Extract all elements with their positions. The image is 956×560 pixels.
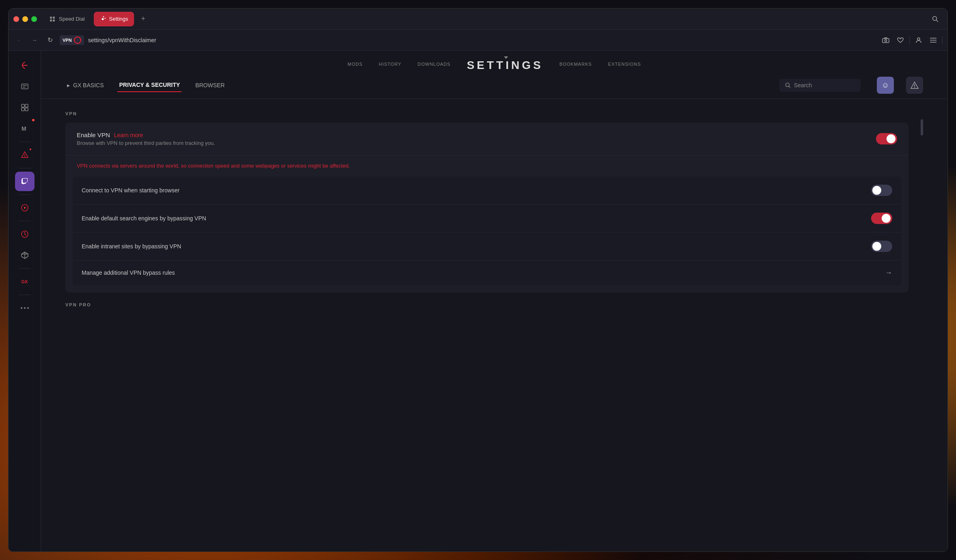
vpn-badge: VPN (60, 35, 84, 45)
sidebar-item-ml[interactable]: M (15, 119, 35, 138)
settings-tab-label: Settings (109, 16, 128, 22)
vpn-enable-row: Enable VPN Learn more Browse with VPN to… (65, 123, 908, 155)
connect-start-toggle[interactable] (871, 185, 892, 196)
svg-point-23 (24, 156, 25, 157)
svg-line-37 (789, 86, 790, 88)
vpn-pro-label: VPN PRO (65, 302, 908, 307)
sidebar-item-player[interactable] (15, 198, 35, 218)
svg-rect-19 (25, 108, 28, 111)
svg-point-9 (917, 38, 920, 40)
sidebar-divider-3 (19, 194, 31, 195)
vpn-section-label: VPN (65, 111, 908, 116)
bypass-intranet-toggle[interactable] (871, 241, 892, 252)
address-text[interactable]: settings/vpnWithDisclaimer (88, 37, 876, 43)
vpn-warning-text: VPN connects via servers around the worl… (65, 155, 908, 177)
subtitle-nav: ▸ GX BASICS PRIVACY & SECURITY BROWSER S… (41, 72, 947, 99)
address-bar-right (880, 34, 943, 46)
manage-bypass-label: Manage additional VPN bypass rules (82, 269, 175, 276)
svg-rect-25 (24, 180, 25, 181)
bypass-search-label: Enable default search engines by bypassi… (82, 215, 206, 222)
vpn-enable-toggle[interactable] (876, 133, 897, 144)
svg-rect-17 (25, 104, 28, 107)
svg-rect-1 (53, 17, 55, 19)
sidebar-item-block[interactable] (15, 98, 35, 117)
learn-more-link[interactable]: Learn more (114, 132, 143, 138)
sidebar-item-more[interactable] (15, 298, 35, 318)
feedback-warning-button[interactable] (906, 77, 923, 94)
camera-icon[interactable] (880, 34, 891, 46)
sidebar-item-news[interactable] (15, 77, 35, 96)
svg-rect-18 (22, 108, 24, 111)
settings-content: MODS HISTORY DOWNLOADS SETTINGS BOOKMARK… (41, 51, 947, 551)
nav-bookmarks[interactable]: BOOKMARKS (559, 60, 592, 68)
svg-rect-2 (50, 19, 52, 22)
vpn-enable-info: Enable VPN Learn more Browse with VPN to… (77, 131, 215, 146)
refresh-button[interactable]: ↻ (44, 34, 56, 46)
tab-settings[interactable]: Settings (94, 12, 134, 26)
sidebar-divider-5 (19, 268, 31, 269)
nav-history[interactable]: HISTORY (379, 60, 402, 68)
vpn-option-manage-bypass[interactable]: Manage additional VPN bypass rules → (73, 261, 901, 285)
vpn-enable-description: Browse with VPN to prevent third parties… (77, 140, 215, 146)
settings-search[interactable]: Search (779, 79, 861, 92)
sidebar-divider-1 (19, 142, 31, 142)
tab-speed-dial[interactable]: Speed Dial (43, 12, 91, 26)
aria-badge (29, 148, 32, 151)
sidebar-item-twitch[interactable] (15, 172, 35, 191)
forward-button[interactable]: → (29, 34, 40, 46)
settings-body: VPN Enable VPN Learn more Browse with VP… (41, 99, 947, 551)
nav-downloads[interactable]: DOWNLOADS (417, 60, 450, 68)
toggle-thumb (887, 134, 895, 143)
divider (909, 36, 910, 44)
arrow-right-icon: → (885, 269, 892, 277)
bypass-search-toggle-thumb (882, 214, 891, 223)
sidebar-divider-2 (19, 168, 31, 168)
settings-icon (99, 16, 106, 22)
new-tab-button[interactable]: + (137, 13, 149, 25)
search-icon[interactable] (928, 12, 943, 26)
account-icon[interactable] (913, 34, 924, 46)
vpn-enable-label: Enable VPN (77, 131, 110, 138)
browser-window: Speed Dial Settings + (8, 8, 948, 552)
svg-point-34 (24, 307, 26, 309)
vpn-option-bypass-intranet: Enable intranet sites by bypassing VPN (73, 233, 901, 261)
sidebar-item-gx[interactable]: GX (15, 272, 35, 291)
vpn-options-group: Connect to VPN when starting browser Ena… (73, 177, 901, 285)
minimize-button[interactable] (22, 16, 28, 22)
opera-logo (74, 37, 81, 44)
main-area: M (9, 51, 947, 551)
nav-privacy-security[interactable]: PRIVACY & SECURITY (117, 78, 182, 92)
vpn-option-bypass-search: Enable default search engines by bypassi… (73, 205, 901, 233)
sidebar-item-aria[interactable] (15, 145, 35, 165)
sidebar-item-back[interactable] (15, 56, 35, 75)
nav-extensions[interactable]: EXTENSIONS (608, 60, 641, 68)
speed-dial-icon (49, 16, 56, 22)
connect-start-label: Connect to VPN when starting browser (82, 187, 180, 194)
menu-icon[interactable] (928, 34, 939, 46)
svg-line-6 (937, 20, 938, 22)
close-button[interactable] (13, 16, 19, 22)
nav-mods[interactable]: MODS (348, 60, 363, 68)
vpn-option-connect-start: Connect to VPN when starting browser (73, 177, 901, 205)
svg-point-4 (102, 18, 104, 20)
bypass-search-toggle[interactable] (871, 213, 892, 224)
sidebar-item-clock[interactable] (15, 224, 35, 244)
heart-icon[interactable] (895, 34, 906, 46)
sidebar-item-3d[interactable] (15, 246, 35, 265)
sidebar: M (9, 51, 41, 551)
feedback-happy-button[interactable]: ☺ (877, 77, 894, 94)
nav-browser[interactable]: BROWSER (194, 79, 226, 92)
svg-text:M: M (22, 125, 26, 132)
sidebar-divider-6 (19, 295, 31, 295)
maximize-button[interactable] (31, 16, 37, 22)
back-button[interactable]: ← (13, 34, 25, 46)
nav-gx-basics[interactable]: ▸ GX BASICS (65, 79, 105, 92)
svg-point-39 (914, 87, 915, 88)
address-bar: ← → ↻ VPN settings/vpnWithDisclaimer (9, 30, 947, 51)
svg-rect-16 (22, 104, 24, 107)
search-placeholder: Search (794, 82, 812, 88)
settings-top-nav: MODS HISTORY DOWNLOADS SETTINGS BOOKMARK… (41, 51, 947, 72)
scroll-track[interactable] (921, 111, 923, 539)
settings-title: SETTINGS (467, 59, 543, 72)
svg-rect-3 (53, 19, 55, 22)
